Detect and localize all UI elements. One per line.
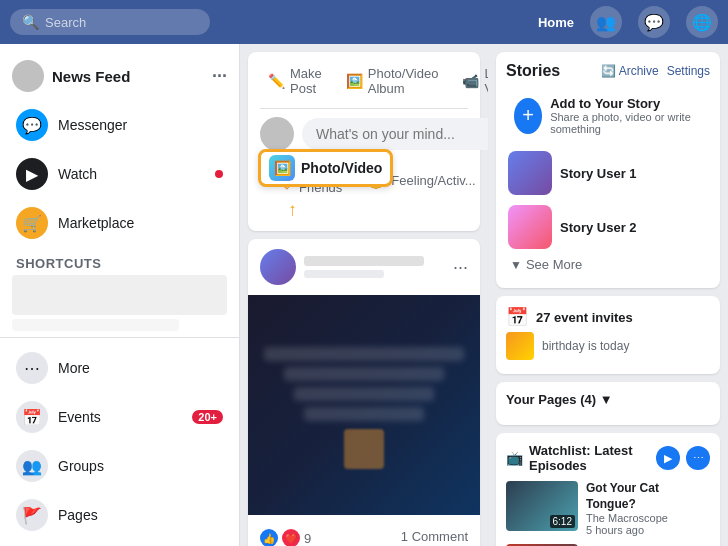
left-sidebar: News Feed ··· 💬 Messenger ▶ Watch 🛒 Mark… — [0, 44, 240, 546]
sidebar-divider-1 — [0, 337, 239, 338]
highlight-arrow: ↓ — [288, 201, 297, 222]
story-item[interactable]: Story User 1 — [506, 149, 710, 197]
story-name-1: Story User 1 — [560, 166, 637, 181]
event-invites[interactable]: 📅 27 event invites — [506, 306, 710, 328]
blurred-content — [264, 341, 464, 469]
events-icon: 📅 — [16, 401, 48, 433]
search-icon: 🔍 — [22, 14, 39, 30]
like-reaction-icon: 👍 — [260, 529, 278, 546]
more-label: More — [58, 360, 223, 376]
reactions-number: 9 — [304, 531, 311, 546]
post-header: ··· — [248, 239, 480, 295]
see-more-stories[interactable]: ▼ See More — [506, 251, 710, 278]
story-thumbnail-2 — [508, 205, 552, 249]
groups-label: Groups — [58, 458, 223, 474]
blur-line-4 — [304, 407, 424, 421]
tab-photo-video-album[interactable]: 🖼️ Photo/Video Album — [338, 62, 447, 100]
post-meta — [304, 270, 445, 278]
stories-header: Stories 🔄 Archive Settings — [506, 62, 710, 80]
arrow-container: ↓ — [260, 201, 468, 221]
stories-title: Stories — [506, 62, 560, 80]
marketplace-icon: 🛒 — [16, 207, 48, 239]
chevron-down-icon: ▼ — [510, 258, 522, 272]
birthday-row[interactable]: birthday is today — [506, 328, 710, 364]
live-video-icon: 📹 — [462, 73, 479, 89]
messenger-icon: 💬 — [16, 109, 48, 141]
sidebar-item-more[interactable]: ⋯ More — [4, 344, 235, 392]
sidebar-item-marketplace[interactable]: 🛒 Marketplace — [4, 199, 235, 247]
post-actions-row: 🖼️ Photo/Video 🏷️ Tag Friends 😊 Feeling/… — [260, 159, 468, 201]
story-item-2[interactable]: Story User 2 — [506, 203, 710, 251]
love-reaction-icon: ❤️ — [282, 529, 300, 546]
main-feed: ✏️ Make Post 🖼️ Photo/Video Album 📹 Live… — [240, 44, 488, 546]
comment-count[interactable]: 1 Comment — [401, 529, 468, 546]
current-user-avatar — [260, 117, 294, 151]
sidebar-item-groups[interactable]: 👥 Groups — [4, 442, 235, 490]
post-image-blurred — [248, 295, 480, 515]
blur-line-2 — [284, 367, 444, 381]
add-story-info: Add to Your Story Share a photo, video o… — [550, 96, 702, 135]
tab-live-video[interactable]: 📹 Live Video — [454, 62, 488, 100]
friends-icon[interactable]: 👥 — [590, 6, 622, 38]
meta-placeholder — [304, 270, 384, 278]
create-post-box: ✏️ Make Post 🖼️ Photo/Video Album 📹 Live… — [248, 52, 480, 231]
sidebar-item-events[interactable]: 📅 Events 20+ — [4, 393, 235, 441]
globe-icon[interactable]: 🌐 — [686, 6, 718, 38]
search-input[interactable] — [45, 15, 185, 30]
photo-video-icon: 🖼️ — [269, 155, 295, 181]
photo-video-album-icon: 🖼️ — [346, 73, 363, 89]
archive-link[interactable]: 🔄 Archive — [601, 64, 659, 78]
pages-icon: 🚩 — [16, 499, 48, 531]
sidebar-item-fundraisers[interactable]: ❤️ Fundraisers 1 — [4, 540, 235, 546]
birthday-text: birthday is today — [542, 339, 629, 353]
tv-icon: 📺 — [506, 450, 523, 466]
watchlist-header: 📺 Watchlist: Latest Episodes ▶ ⋯ — [506, 443, 710, 473]
create-post-input-row — [260, 117, 468, 151]
watch-thumbnail-1: 6:12 — [506, 481, 578, 531]
watch-show-1: The Macroscope — [586, 512, 710, 524]
sidebar-item-watch[interactable]: ▶ Watch — [4, 150, 235, 198]
sidebar-item-newsfeed[interactable]: News Feed ··· — [0, 52, 239, 100]
tab-make-post[interactable]: ✏️ Make Post — [260, 62, 330, 100]
your-pages-header: Your Pages (4) ▼ — [506, 392, 710, 407]
post-author-avatar — [260, 249, 296, 285]
search-bar[interactable]: 🔍 — [10, 9, 210, 35]
add-story-icon: + — [514, 98, 542, 134]
stories-links: 🔄 Archive Settings — [601, 64, 710, 78]
watchlist-action-icons: ▶ ⋯ — [656, 446, 710, 470]
what-on-mind-input[interactable] — [302, 118, 488, 150]
add-story-title: Add to Your Story — [550, 96, 702, 111]
user-avatar — [12, 60, 44, 92]
right-sidebar: Stories 🔄 Archive Settings + Add to Your… — [488, 44, 728, 546]
post-more-button[interactable]: ··· — [453, 257, 468, 278]
make-post-label: Make Post — [290, 66, 322, 96]
blur-line-3 — [294, 387, 434, 401]
watchlist-play-btn[interactable]: ▶ — [656, 446, 680, 470]
messenger-nav-icon[interactable]: 💬 — [638, 6, 670, 38]
reactions-count: 👍 ❤️ 9 — [260, 529, 311, 546]
watchlist-section: 📺 Watchlist: Latest Episodes ▶ ⋯ 6:12 Go… — [496, 433, 720, 546]
post-image — [248, 295, 480, 515]
watch-item-1[interactable]: 6:12 Got Your Cat Tongue? The Macroscope… — [506, 481, 710, 536]
shortcuts-placeholder — [12, 275, 227, 315]
watchlist-title: Watchlist: Latest Episodes — [529, 443, 656, 473]
events-label: Events — [58, 409, 182, 425]
watchlist-more-btn[interactable]: ⋯ — [686, 446, 710, 470]
add-story-button[interactable]: + Add to Your Story Share a photo, video… — [506, 88, 710, 143]
newsfeed-more[interactable]: ··· — [212, 66, 227, 87]
birthday-thumb — [506, 332, 534, 360]
newsfeed-label: News Feed — [52, 68, 130, 85]
watch-duration-1: 6:12 — [550, 515, 575, 528]
watch-notification-dot — [215, 170, 223, 178]
home-link[interactable]: Home — [538, 15, 574, 30]
blur-square — [344, 429, 384, 469]
sidebar-item-messenger[interactable]: 💬 Messenger — [4, 101, 235, 149]
messenger-label: Messenger — [58, 117, 223, 133]
pages-label: Pages — [58, 507, 223, 523]
your-pages-title[interactable]: Your Pages (4) ▼ — [506, 392, 613, 407]
settings-link[interactable]: Settings — [667, 64, 710, 78]
blur-line-1 — [264, 347, 464, 361]
post-stats: 👍 ❤️ 9 1 Comment — [260, 523, 468, 546]
sidebar-item-pages[interactable]: 🚩 Pages — [4, 491, 235, 539]
photo-video-highlight[interactable]: 🖼️ Photo/Video — [258, 149, 393, 187]
